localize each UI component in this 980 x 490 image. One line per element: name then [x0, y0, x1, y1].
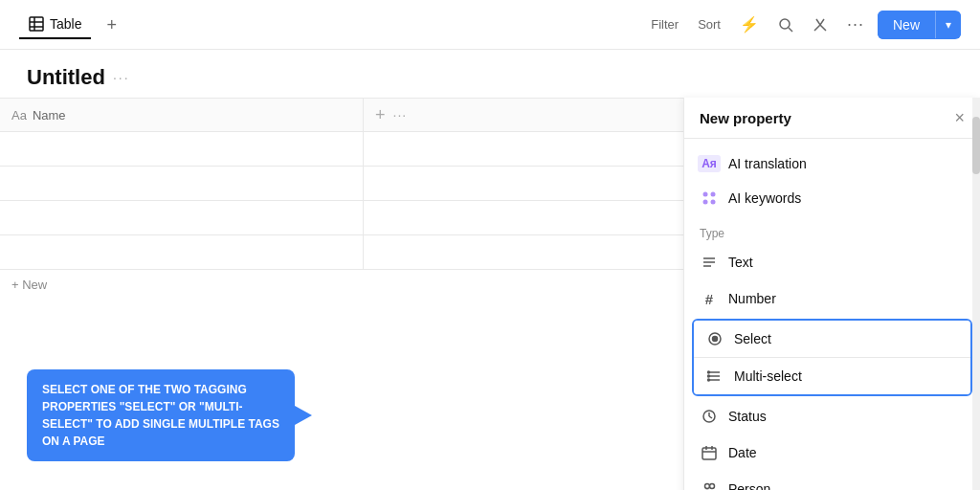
page-title-more-button[interactable]: ···: [113, 70, 130, 85]
number-type-icon: #: [700, 289, 719, 308]
column-actions: + ···: [364, 105, 418, 125]
branch-icon: [813, 17, 828, 33]
panel-header: New property ×: [684, 98, 980, 139]
svg-point-9: [711, 200, 716, 205]
svg-point-18: [708, 371, 710, 373]
type-person-label: Person: [728, 481, 770, 490]
lightning-button[interactable]: ⚡: [734, 11, 765, 37]
scrollbar-thumb[interactable]: [972, 117, 980, 174]
annotation-bubble: SELECT ONE OF THE TWO TAGGING PROPERTIES…: [27, 369, 295, 461]
main-content: Aa Name + ··· + New: [0, 98, 980, 490]
tab-table[interactable]: Table: [19, 11, 91, 39]
ai-keywords-icon: [700, 189, 719, 208]
status-type-icon: [700, 407, 719, 426]
top-toolbar: Table + Filter Sort ⚡ ··· New ▾: [0, 0, 980, 50]
page-title: Untitled: [27, 65, 105, 90]
svg-point-7: [711, 192, 716, 197]
multi-select-type-icon: [705, 367, 724, 386]
type-number-label: Number: [728, 291, 776, 306]
svg-line-5: [789, 28, 792, 32]
table-cell-name-1: [0, 132, 364, 166]
type-status-label: Status: [728, 409, 767, 424]
svg-point-6: [703, 192, 708, 197]
ai-keywords-label: AI keywords: [728, 190, 801, 206]
ai-translation-item[interactable]: Aя AI translation: [684, 146, 980, 181]
type-multi-select-item[interactable]: Multi-select: [694, 358, 970, 394]
svg-point-19: [708, 375, 710, 377]
type-select-item[interactable]: Select: [694, 321, 970, 358]
type-text-label: Text: [728, 255, 753, 270]
svg-rect-0: [30, 17, 43, 31]
search-button[interactable]: [772, 13, 799, 36]
search-icon: [778, 17, 793, 33]
panel-close-button[interactable]: ×: [954, 109, 965, 126]
type-date-label: Date: [728, 445, 757, 460]
new-property-panel: New property × Aя AI translation: [683, 98, 980, 490]
ai-translation-label: AI translation: [728, 156, 807, 171]
type-person-item[interactable]: Person: [684, 471, 980, 490]
type-multi-select-label: Multi-select: [734, 368, 802, 384]
panel-title: New property: [700, 110, 791, 126]
svg-point-4: [780, 19, 790, 29]
svg-point-20: [708, 379, 710, 381]
table-icon: [29, 16, 44, 32]
svg-point-8: [703, 200, 708, 205]
filter-button[interactable]: Filter: [645, 13, 684, 35]
table-cell-name-2: [0, 167, 364, 200]
new-main-button[interactable]: New: [878, 11, 935, 39]
add-column-button[interactable]: +: [375, 105, 386, 125]
sort-button[interactable]: Sort: [692, 13, 726, 35]
text-type-icon: [700, 253, 719, 272]
type-text-item[interactable]: Text: [684, 244, 980, 280]
date-type-icon: [700, 443, 719, 462]
name-col-label: Name: [33, 108, 66, 122]
new-chevron-button[interactable]: ▾: [935, 11, 961, 38]
column-more-button[interactable]: ···: [393, 107, 408, 122]
tab-table-label: Table: [50, 16, 81, 32]
person-type-icon: [700, 479, 719, 490]
grid-icon: [701, 189, 718, 207]
name-column-header: Aa Name: [0, 99, 364, 131]
branch-button[interactable]: [807, 13, 834, 36]
type-status-item[interactable]: Status: [684, 398, 980, 434]
more-button[interactable]: ···: [841, 11, 870, 38]
svg-rect-24: [702, 448, 716, 459]
new-row-label: + New: [11, 278, 47, 292]
table-cell-name-4: [0, 235, 364, 269]
new-button-group: New ▾: [878, 11, 961, 39]
type-section-label: Type: [684, 219, 980, 244]
annotation-text: SELECT ONE OF THE TWO TAGGING PROPERTIES…: [42, 383, 279, 448]
type-date-item[interactable]: Date: [684, 434, 980, 471]
page-header: Untitled ···: [0, 50, 980, 98]
ai-keywords-item[interactable]: AI keywords: [684, 181, 980, 215]
scrollbar-track[interactable]: [972, 98, 980, 490]
add-view-button[interactable]: +: [99, 12, 124, 37]
ai-translation-icon: Aя: [700, 154, 719, 173]
svg-point-14: [713, 337, 718, 342]
highlighted-types-group: Select Multi-select: [692, 319, 972, 396]
select-type-icon: [705, 329, 724, 348]
panel-ai-section: Aя AI translation AI keywords: [684, 139, 980, 219]
type-select-label: Select: [734, 331, 771, 346]
svg-line-23: [709, 416, 712, 418]
type-number-item[interactable]: # Number: [684, 280, 980, 317]
name-col-icon: Aa: [11, 108, 27, 122]
table-cell-name-3: [0, 201, 364, 234]
toolbar-right: Filter Sort ⚡ ··· New ▾: [645, 11, 961, 39]
svg-point-29: [710, 484, 715, 489]
